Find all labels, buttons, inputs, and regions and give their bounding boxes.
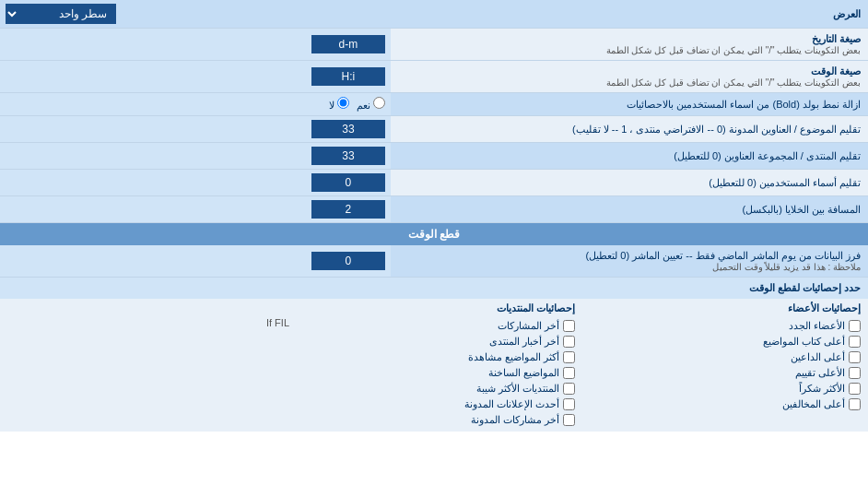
checkbox-top-violators-input[interactable]	[849, 398, 861, 410]
checkbox-most-popular-forums: المنتديات الأكثر شيبة	[293, 381, 575, 396]
stats-forums-header: إحصائيات المنتديات	[293, 302, 575, 318]
freeze-days-sublabel: ملاحظة : هذا قد يزيد قليلاً وقت التحميل	[398, 262, 861, 272]
checkbox-top-writers: أعلى كتاب المواضيع	[579, 334, 861, 349]
display-select[interactable]: سطر واحد سطران ثلاثة أسطر	[6, 4, 116, 24]
checkbox-new-members-input[interactable]	[849, 320, 861, 332]
username-align-label: تقليم أسماء المستخدمين (0 للتعطيل)	[391, 170, 868, 196]
checkbox-most-thanks-input[interactable]	[849, 383, 861, 395]
checkbox-top-rated: الأعلى تقييم	[579, 365, 861, 381]
checkbox-most-thanks-label: الأكثر شكراً	[799, 383, 845, 395]
checkbox-latest-announcements: أحدث الإعلانات المدونة	[293, 396, 575, 412]
checkbox-most-viewed-input[interactable]	[563, 351, 575, 363]
date-format-input[interactable]: d-m	[311, 35, 385, 53]
checkbox-new-members: الأعضاء الجدد	[579, 318, 861, 334]
checkbox-hot-topics: المواضيع الساخنة	[293, 365, 575, 381]
radio-yes-label: نعم	[357, 97, 385, 112]
date-format-sublabel: بعض التكوينات يتطلب "/" التي يمكن ان تضا…	[398, 45, 861, 55]
date-format-label: صيغة التاريخ بعض التكوينات يتطلب "/" الت…	[391, 29, 868, 61]
checkbox-top-inviters: أعلى الداعين	[579, 349, 861, 365]
radio-no-text: لا	[329, 100, 334, 111]
bold-remove-radio-group: نعم لا	[6, 97, 385, 112]
topic-align-input[interactable]: 33	[311, 120, 385, 138]
checkbox-top-rated-input[interactable]	[849, 367, 861, 379]
stats-members-header: إحصائيات الأعضاء	[579, 302, 861, 318]
forum-align-label: تقليم المنتدى / المجموعة العناوين (0 للت…	[391, 143, 868, 170]
checkbox-most-thanks: الأكثر شكراً	[579, 381, 861, 396]
radio-no[interactable]	[337, 97, 349, 109]
checkbox-last-blog-posts-input[interactable]	[563, 414, 575, 426]
freeze-days-main-label: فرز البيانات من يوم الماشر الماضي فقط --…	[398, 250, 861, 262]
checkbox-most-popular-forums-input[interactable]	[563, 383, 575, 395]
cell-spacing-label: المسافة بين الخلايا (بالبكسل)	[391, 196, 868, 223]
checkbox-top-inviters-label: أعلى الداعين	[791, 351, 845, 363]
stats-col-empty: If FIL	[7, 302, 289, 428]
checkbox-hot-topics-input[interactable]	[563, 367, 575, 379]
freeze-days-label: فرز البيانات من يوم الماشر الماضي فقط --…	[391, 245, 868, 278]
if-fil-text: If FIL	[266, 317, 289, 328]
checkbox-new-members-label: الأعضاء الجدد	[789, 320, 845, 332]
checkbox-most-popular-forums-label: المنتديات الأكثر شيبة	[476, 383, 559, 395]
checkbox-top-writers-input[interactable]	[849, 336, 861, 348]
time-format-label: صيغة الوقت بعض التكوينات يتطلب "/" التي …	[391, 61, 868, 93]
freeze-section-header: قطع الوقت	[0, 223, 868, 246]
checkbox-hot-topics-label: المواضيع الساخنة	[488, 367, 559, 379]
radio-yes-text: نعم	[357, 100, 370, 111]
time-format-sublabel: بعض التكوينات يتطلب "/" التي يمكن ان تضا…	[398, 77, 861, 88]
stats-limit-label: حدد إحصائيات لقطع الوقت	[0, 278, 868, 300]
radio-no-label: لا	[329, 97, 349, 112]
stats-grid: إحصائيات الأعضاء الأعضاء الجدد أعلى كتاب…	[7, 302, 861, 428]
forum-align-input[interactable]: 33	[311, 147, 385, 165]
stats-col-forums: إحصائيات المنتديات أخر المشاركات أخر أخب…	[293, 302, 575, 428]
checkbox-top-rated-label: الأعلى تقييم	[795, 367, 845, 379]
checkbox-last-blog-posts: أخر مشاركات المدونة	[293, 412, 575, 428]
checkbox-top-violators-label: أعلى المخالفين	[782, 398, 845, 410]
radio-yes[interactable]	[373, 97, 385, 109]
topic-align-label: تقليم الموضوع / العناوين المدونة (0 -- ا…	[391, 116, 868, 143]
checkbox-last-news-input[interactable]	[563, 336, 575, 348]
checkbox-last-posts: أخر المشاركات	[293, 318, 575, 334]
checkbox-top-violators: أعلى المخالفين	[579, 396, 861, 412]
cell-spacing-input[interactable]: 2	[311, 200, 385, 219]
checkbox-last-posts-label: أخر المشاركات	[498, 320, 559, 332]
stats-col-members: إحصائيات الأعضاء الأعضاء الجدد أعلى كتاب…	[579, 302, 861, 428]
checkbox-latest-announcements-label: أحدث الإعلانات المدونة	[464, 398, 559, 410]
checkbox-top-inviters-input[interactable]	[849, 351, 861, 363]
freeze-days-input[interactable]: 0	[311, 252, 385, 270]
checkbox-top-writers-label: أعلى كتاب المواضيع	[763, 336, 845, 348]
checkbox-latest-announcements-input[interactable]	[563, 398, 575, 410]
checkbox-most-viewed: أكثر المواضيع مشاهدة	[293, 349, 575, 365]
checkbox-most-viewed-label: أكثر المواضيع مشاهدة	[468, 351, 559, 363]
checkbox-last-posts-input[interactable]	[563, 320, 575, 332]
checkbox-last-news-label: أخر أخبار المنتدى	[489, 336, 559, 348]
bold-remove-label: ازالة نمط بولد (Bold) من اسماء المستخدمي…	[391, 93, 868, 116]
time-format-input[interactable]: H:i	[311, 67, 385, 86]
checkbox-last-news: أخر أخبار المنتدى	[293, 334, 575, 349]
section-label-display: العرض	[391, 0, 868, 29]
checkbox-last-blog-posts-label: أخر مشاركات المدونة	[471, 414, 559, 426]
username-align-input[interactable]: 0	[311, 173, 385, 192]
